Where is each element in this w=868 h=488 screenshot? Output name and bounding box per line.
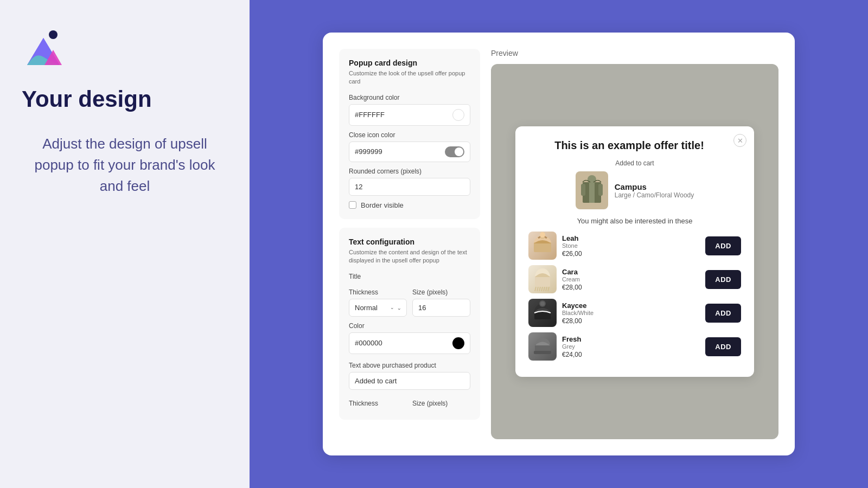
title-field-label: Title [349,273,470,280]
product-name-leah: Leah [562,234,700,242]
add-button-leah[interactable]: ADD [705,236,741,255]
svg-line-18 [537,287,538,291]
purchased-product-variant: Large / Camo/Floral Woody [615,191,694,199]
add-button-cara[interactable]: ADD [705,270,741,289]
popup-close-button[interactable]: ✕ [733,134,746,147]
svg-line-23 [548,287,549,291]
text-above-thickness-size-row: Thickness Size (pixels) [349,394,470,410]
title-thickness-size-row: Thickness Normal ⌄ Size (pixels) 16 [349,283,470,317]
product-thumb-leah [528,232,557,260]
purchased-product-image [576,171,608,209]
product-variant-cara: Cream [562,276,700,282]
text-above-label: Text above purchased product [349,362,470,369]
border-visible-checkbox[interactable] [349,201,356,209]
color-label: Color [349,322,470,330]
svg-rect-10 [598,184,603,196]
product-price-cara: €28,00 [562,284,700,291]
svg-point-8 [588,175,596,184]
config-panel: Popup card design Customize the look of … [339,49,491,439]
product-name-fresh: Fresh [562,335,700,343]
thickness-select[interactable]: Normal ⌄ [349,299,407,317]
chevron-down-icon: ⌄ [390,305,401,310]
size-label: Size (pixels) [412,288,470,296]
popup-design-desc: Customize the look of the upsell offer p… [349,69,470,86]
text-config-section: Text configuration Customize the content… [339,228,480,420]
svg-rect-12 [534,242,551,252]
svg-rect-16 [535,276,550,287]
color-swatch-black [452,337,464,349]
bg-color-swatch [452,109,464,121]
interested-label: You might also be interested in these [528,217,741,225]
svg-rect-30 [534,351,551,354]
svg-point-27 [540,301,545,306]
svg-rect-9 [581,184,585,196]
color-input[interactable]: #000000 [349,332,470,354]
added-to-cart-label: Added to cart [528,159,741,167]
product-row-kaycee: Kaycee Black/White €28,00 ADD [528,299,741,327]
product-info-fresh: Fresh Grey €24,00 [562,335,700,358]
product-thumb-fresh [528,332,557,361]
purchased-item: Campus Large / Camo/Floral Woody [528,171,741,209]
popup-card-design-section: Popup card design Customize the look of … [339,49,480,219]
popup-offer-title: This is an example offer title! [528,139,741,152]
product-variant-kaycee: Black/White [562,310,700,316]
text-above-thickness-label: Thickness [349,400,407,407]
add-button-fresh[interactable]: ADD [705,337,741,356]
text-config-desc: Customize the content and design of the … [349,248,470,265]
product-variant-leah: Stone [562,242,700,249]
purchased-product-name: Campus [615,182,694,191]
add-button-kaycee[interactable]: ADD [705,304,741,323]
text-above-size-label: Size (pixels) [412,400,470,407]
rounded-corners-label: Rounded corners (pixels) [349,168,470,175]
purchased-product-info: Campus Large / Camo/Floral Woody [615,182,694,199]
border-visible-label: Border visible [361,201,404,209]
product-info-leah: Leah Stone €26,00 [562,234,700,258]
product-price-fresh: €24,00 [562,351,700,358]
bg-color-input[interactable]: #FFFFFF [349,104,470,126]
page-description: Adjust the design of upsell popup to fit… [22,133,228,197]
border-visible-row: Border visible [349,201,470,209]
size-input[interactable]: 16 [412,299,470,317]
product-variant-fresh: Grey [562,343,700,350]
preview-panel: Preview ✕ This is an example offer title… [491,49,778,439]
left-panel: Your design Adjust the design of upsell … [0,0,250,488]
bg-color-label: Background color [349,94,470,101]
svg-line-21 [544,287,545,291]
product-thumb-kaycee [528,299,557,327]
svg-point-0 [49,30,58,39]
product-price-leah: €26,00 [562,250,700,258]
close-icon-color-label: Close icon color [349,131,470,139]
thickness-value: Normal [355,304,378,312]
preview-background: ✕ This is an example offer title! Added … [491,64,778,439]
thickness-label: Thickness [349,288,407,296]
thickness-col: Thickness Normal ⌄ [349,283,407,317]
text-above-size-col: Size (pixels) [412,394,470,410]
product-name-cara: Cara [562,268,700,276]
main-card: Popup card design Customize the look of … [323,33,795,455]
close-icon-color-toggle[interactable] [445,146,464,157]
product-info-kaycee: Kaycee Black/White €28,00 [562,301,700,325]
svg-line-17 [535,287,536,291]
size-col: Size (pixels) 16 [412,283,470,317]
thickness-select-wrapper: Normal ⌄ [349,299,407,317]
product-row-fresh: Fresh Grey €24,00 ADD [528,332,741,361]
product-row-cara: Cara Cream €28,00 ADD [528,265,741,293]
svg-line-20 [541,287,542,291]
close-icon-color-input[interactable]: #999999 [349,142,470,162]
product-row-leah: Leah Stone €26,00 ADD [528,232,741,260]
logo [22,27,65,70]
page-title: Your design [22,87,228,112]
svg-point-14 [540,232,545,237]
product-info-cara: Cara Cream €28,00 [562,268,700,291]
text-above-thickness-col: Thickness [349,394,407,410]
right-panel: Popup card design Customize the look of … [250,0,868,488]
svg-line-22 [546,287,547,291]
close-icon: ✕ [737,137,743,145]
popup-card: ✕ This is an example offer title! Added … [515,126,754,377]
product-price-kaycee: €28,00 [562,317,700,325]
svg-rect-7 [589,182,595,203]
text-config-title: Text configuration [349,237,470,246]
text-above-input[interactable]: Added to cart [349,372,470,390]
product-thumb-cara [528,265,557,293]
rounded-corners-input[interactable]: 12 [349,178,470,196]
